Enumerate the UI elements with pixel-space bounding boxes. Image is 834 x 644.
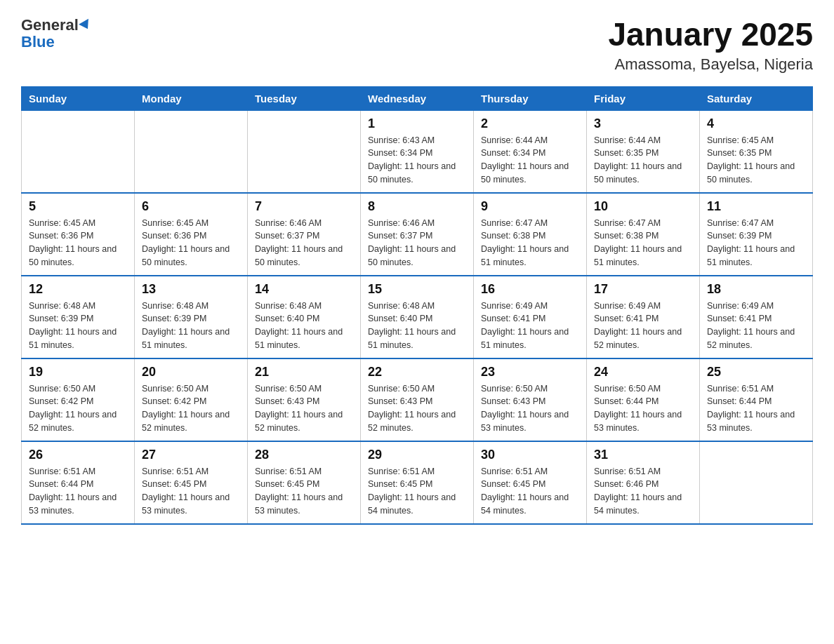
day-number: 9 bbox=[481, 199, 579, 214]
logo-blue-text: Blue bbox=[21, 34, 55, 51]
day-number: 7 bbox=[255, 199, 353, 214]
day-number: 19 bbox=[29, 365, 127, 380]
calendar-day-cell: 6Sunrise: 6:45 AM Sunset: 6:36 PM Daylig… bbox=[135, 193, 248, 276]
day-number: 14 bbox=[255, 282, 353, 297]
day-info: Sunrise: 6:51 AM Sunset: 6:44 PM Dayligh… bbox=[29, 465, 127, 518]
calendar-day-cell: 8Sunrise: 6:46 AM Sunset: 6:37 PM Daylig… bbox=[361, 193, 474, 276]
calendar-week-row: 26Sunrise: 6:51 AM Sunset: 6:44 PM Dayli… bbox=[22, 441, 813, 524]
col-sunday: Sunday bbox=[22, 86, 135, 110]
calendar-day-cell: 19Sunrise: 6:50 AM Sunset: 6:42 PM Dayli… bbox=[22, 358, 135, 441]
day-info: Sunrise: 6:51 AM Sunset: 6:44 PM Dayligh… bbox=[707, 382, 805, 435]
day-number: 8 bbox=[368, 199, 466, 214]
calendar-day-cell bbox=[22, 110, 135, 193]
day-info: Sunrise: 6:45 AM Sunset: 6:36 PM Dayligh… bbox=[142, 217, 240, 269]
day-number: 24 bbox=[594, 365, 692, 380]
day-number: 11 bbox=[707, 199, 805, 214]
calendar-day-cell bbox=[135, 110, 248, 193]
day-number: 29 bbox=[368, 448, 466, 462]
day-number: 12 bbox=[29, 282, 127, 297]
day-info: Sunrise: 6:45 AM Sunset: 6:35 PM Dayligh… bbox=[707, 134, 805, 187]
title-block: January 2025 Amassoma, Bayelsa, Nigeria bbox=[608, 17, 813, 74]
calendar-week-row: 19Sunrise: 6:50 AM Sunset: 6:42 PM Dayli… bbox=[22, 358, 813, 441]
calendar-day-cell: 14Sunrise: 6:48 AM Sunset: 6:40 PM Dayli… bbox=[248, 276, 361, 358]
day-info: Sunrise: 6:50 AM Sunset: 6:42 PM Dayligh… bbox=[142, 382, 240, 435]
day-number: 4 bbox=[707, 116, 805, 131]
day-info: Sunrise: 6:47 AM Sunset: 6:38 PM Dayligh… bbox=[594, 217, 692, 269]
col-friday: Friday bbox=[587, 86, 700, 110]
calendar-day-cell: 21Sunrise: 6:50 AM Sunset: 6:43 PM Dayli… bbox=[248, 358, 361, 441]
calendar-day-cell: 18Sunrise: 6:49 AM Sunset: 6:41 PM Dayli… bbox=[700, 276, 813, 358]
day-number: 21 bbox=[255, 365, 353, 380]
day-info: Sunrise: 6:46 AM Sunset: 6:37 PM Dayligh… bbox=[255, 217, 353, 269]
header-row: Sunday Monday Tuesday Wednesday Thursday… bbox=[22, 86, 813, 110]
day-number: 18 bbox=[707, 282, 805, 297]
calendar-day-cell: 2Sunrise: 6:44 AM Sunset: 6:34 PM Daylig… bbox=[474, 110, 587, 193]
calendar-day-cell: 27Sunrise: 6:51 AM Sunset: 6:45 PM Dayli… bbox=[135, 441, 248, 524]
day-info: Sunrise: 6:50 AM Sunset: 6:43 PM Dayligh… bbox=[481, 382, 579, 435]
calendar-day-cell: 31Sunrise: 6:51 AM Sunset: 6:46 PM Dayli… bbox=[587, 441, 700, 524]
day-number: 15 bbox=[368, 282, 466, 297]
day-info: Sunrise: 6:43 AM Sunset: 6:34 PM Dayligh… bbox=[368, 134, 466, 187]
col-wednesday: Wednesday bbox=[361, 86, 474, 110]
calendar-day-cell: 22Sunrise: 6:50 AM Sunset: 6:43 PM Dayli… bbox=[361, 358, 474, 441]
day-number: 10 bbox=[594, 199, 692, 214]
page-title: January 2025 bbox=[608, 17, 813, 53]
col-saturday: Saturday bbox=[700, 86, 813, 110]
day-number: 27 bbox=[142, 448, 240, 462]
day-info: Sunrise: 6:51 AM Sunset: 6:45 PM Dayligh… bbox=[368, 465, 466, 518]
calendar-day-cell: 12Sunrise: 6:48 AM Sunset: 6:39 PM Dayli… bbox=[22, 276, 135, 358]
day-info: Sunrise: 6:50 AM Sunset: 6:43 PM Dayligh… bbox=[255, 382, 353, 435]
day-info: Sunrise: 6:49 AM Sunset: 6:41 PM Dayligh… bbox=[594, 300, 692, 352]
day-info: Sunrise: 6:47 AM Sunset: 6:39 PM Dayligh… bbox=[707, 217, 805, 269]
calendar-day-cell bbox=[700, 441, 813, 524]
calendar-day-cell: 26Sunrise: 6:51 AM Sunset: 6:44 PM Dayli… bbox=[22, 441, 135, 524]
calendar-header: Sunday Monday Tuesday Wednesday Thursday… bbox=[22, 86, 813, 110]
day-number: 17 bbox=[594, 282, 692, 297]
day-number: 16 bbox=[481, 282, 579, 297]
day-number: 20 bbox=[142, 365, 240, 380]
day-info: Sunrise: 6:46 AM Sunset: 6:37 PM Dayligh… bbox=[368, 217, 466, 269]
day-number: 3 bbox=[594, 116, 692, 131]
calendar-day-cell: 11Sunrise: 6:47 AM Sunset: 6:39 PM Dayli… bbox=[700, 193, 813, 276]
calendar-day-cell: 4Sunrise: 6:45 AM Sunset: 6:35 PM Daylig… bbox=[700, 110, 813, 193]
calendar-day-cell bbox=[248, 110, 361, 193]
day-info: Sunrise: 6:45 AM Sunset: 6:36 PM Dayligh… bbox=[29, 217, 127, 269]
day-number: 22 bbox=[368, 365, 466, 380]
day-info: Sunrise: 6:49 AM Sunset: 6:41 PM Dayligh… bbox=[707, 300, 805, 352]
day-number: 28 bbox=[255, 448, 353, 462]
col-thursday: Thursday bbox=[474, 86, 587, 110]
logo-general-text: General bbox=[21, 17, 79, 34]
day-info: Sunrise: 6:44 AM Sunset: 6:35 PM Dayligh… bbox=[594, 134, 692, 187]
day-info: Sunrise: 6:51 AM Sunset: 6:46 PM Dayligh… bbox=[594, 465, 692, 518]
calendar-day-cell: 25Sunrise: 6:51 AM Sunset: 6:44 PM Dayli… bbox=[700, 358, 813, 441]
calendar-day-cell: 29Sunrise: 6:51 AM Sunset: 6:45 PM Dayli… bbox=[361, 441, 474, 524]
logo: General Blue bbox=[21, 17, 91, 51]
day-number: 23 bbox=[481, 365, 579, 380]
calendar-day-cell: 15Sunrise: 6:48 AM Sunset: 6:40 PM Dayli… bbox=[361, 276, 474, 358]
day-number: 30 bbox=[481, 448, 579, 462]
calendar-table: Sunday Monday Tuesday Wednesday Thursday… bbox=[21, 86, 813, 525]
day-info: Sunrise: 6:44 AM Sunset: 6:34 PM Dayligh… bbox=[481, 134, 579, 187]
day-info: Sunrise: 6:47 AM Sunset: 6:38 PM Dayligh… bbox=[481, 217, 579, 269]
day-info: Sunrise: 6:51 AM Sunset: 6:45 PM Dayligh… bbox=[481, 465, 579, 518]
calendar-day-cell: 10Sunrise: 6:47 AM Sunset: 6:38 PM Dayli… bbox=[587, 193, 700, 276]
day-info: Sunrise: 6:48 AM Sunset: 6:40 PM Dayligh… bbox=[368, 300, 466, 352]
calendar-day-cell: 9Sunrise: 6:47 AM Sunset: 6:38 PM Daylig… bbox=[474, 193, 587, 276]
page-header: General Blue January 2025 Amassoma, Baye… bbox=[21, 17, 813, 74]
day-info: Sunrise: 6:51 AM Sunset: 6:45 PM Dayligh… bbox=[255, 465, 353, 518]
calendar-week-row: 1Sunrise: 6:43 AM Sunset: 6:34 PM Daylig… bbox=[22, 110, 813, 193]
calendar-day-cell: 5Sunrise: 6:45 AM Sunset: 6:36 PM Daylig… bbox=[22, 193, 135, 276]
day-number: 6 bbox=[142, 199, 240, 214]
col-monday: Monday bbox=[135, 86, 248, 110]
day-number: 26 bbox=[29, 448, 127, 462]
day-info: Sunrise: 6:50 AM Sunset: 6:43 PM Dayligh… bbox=[368, 382, 466, 435]
col-tuesday: Tuesday bbox=[248, 86, 361, 110]
day-info: Sunrise: 6:48 AM Sunset: 6:39 PM Dayligh… bbox=[29, 300, 127, 352]
calendar-day-cell: 24Sunrise: 6:50 AM Sunset: 6:44 PM Dayli… bbox=[587, 358, 700, 441]
calendar-day-cell: 3Sunrise: 6:44 AM Sunset: 6:35 PM Daylig… bbox=[587, 110, 700, 193]
day-info: Sunrise: 6:48 AM Sunset: 6:39 PM Dayligh… bbox=[142, 300, 240, 352]
day-info: Sunrise: 6:50 AM Sunset: 6:44 PM Dayligh… bbox=[594, 382, 692, 435]
calendar-day-cell: 28Sunrise: 6:51 AM Sunset: 6:45 PM Dayli… bbox=[248, 441, 361, 524]
day-number: 31 bbox=[594, 448, 692, 462]
day-info: Sunrise: 6:48 AM Sunset: 6:40 PM Dayligh… bbox=[255, 300, 353, 352]
